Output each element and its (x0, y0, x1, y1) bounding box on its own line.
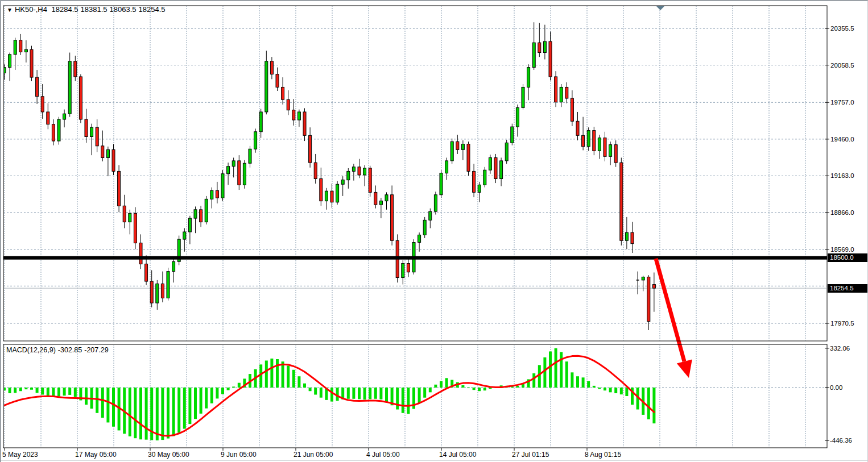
macd-histogram-bar (647, 388, 650, 419)
macd-histogram-bar (238, 383, 241, 388)
date-axis-label: 21 Jun 05:00 (294, 451, 333, 459)
macd-histogram-bar (85, 388, 88, 405)
macd-histogram-bar (156, 388, 159, 440)
bearish-candle (374, 192, 377, 205)
macd-histogram-bar (423, 388, 426, 398)
price-axis-label: 18866.0 (830, 209, 854, 217)
bullish-candle (532, 43, 535, 68)
bearish-candle (407, 264, 410, 272)
bullish-candle (129, 213, 131, 222)
bearish-candle (631, 232, 634, 244)
macd-histogram-bar (232, 386, 235, 388)
bearish-candle (216, 190, 218, 198)
macd-histogram-bar (330, 388, 333, 402)
bullish-candle (505, 143, 508, 161)
macd-histogram-bar (402, 388, 404, 413)
bearish-candle (150, 281, 153, 303)
bearish-candle (52, 124, 55, 141)
bullish-candle (587, 131, 590, 147)
macd-histogram-bar (177, 388, 180, 433)
macd-histogram-bar (200, 388, 202, 414)
bullish-candle (63, 114, 66, 119)
macd-histogram-bar (434, 385, 437, 388)
bullish-candle (352, 167, 355, 172)
bearish-candle (96, 127, 98, 146)
bearish-candle (47, 112, 49, 124)
bullish-candle (418, 235, 421, 242)
macd-histogram-bar (276, 359, 279, 388)
macd-histogram-bar (609, 388, 612, 392)
macd-histogram-bar (139, 388, 142, 439)
bullish-candle (483, 170, 486, 185)
macd-axis-label: 0.00 (830, 384, 842, 392)
macd-histogram-bar (614, 388, 617, 393)
bearish-candle (582, 135, 585, 147)
macd-histogram-bar (41, 388, 44, 395)
macd-histogram-bar (652, 388, 655, 423)
macd-histogram-bar (188, 388, 191, 424)
bullish-candle (243, 163, 246, 185)
bearish-candle (292, 110, 295, 120)
macd-histogram-bar (265, 361, 268, 388)
bullish-candle (543, 41, 546, 53)
bullish-candle (254, 132, 257, 149)
ohlc-close: 18254.5 (139, 5, 166, 14)
macd-histogram-bar (134, 388, 137, 438)
macd-series (3, 348, 655, 440)
macd-histogram-bar (216, 388, 218, 398)
candlestick-series (3, 22, 655, 330)
bullish-candle (106, 149, 109, 157)
bullish-candle (642, 277, 644, 280)
macd-histogram-bar (68, 388, 71, 395)
price-axis-label: 17970.5 (830, 319, 854, 327)
macd-histogram-bar (183, 388, 186, 429)
chart-dropdown-icon[interactable]: ▼ (7, 7, 13, 13)
date-axis-label: 4 Jul 05:00 (366, 451, 400, 459)
trend-arrow-annotation[interactable] (656, 259, 692, 378)
bullish-candle (167, 272, 170, 298)
macd-main-value: -302.85 (58, 346, 82, 354)
macd-histogram-bar (396, 388, 399, 410)
macd-histogram-bar (63, 388, 66, 396)
macd-histogram-bar (24, 388, 27, 389)
bullish-candle (402, 264, 404, 278)
bearish-candle (112, 149, 115, 171)
macd-histogram-bar (625, 388, 628, 396)
bearish-candle (604, 138, 606, 157)
macd-histogram-bar (407, 388, 410, 414)
macd-histogram-bar (30, 388, 33, 390)
macd-histogram-bar (96, 388, 98, 413)
date-axis-label: 14 Jul 05:00 (439, 451, 476, 459)
macd-histogram-bar (598, 388, 601, 389)
macd-histogram-bar (565, 361, 568, 388)
macd-histogram-bar (418, 388, 421, 403)
bearish-candle (369, 168, 371, 192)
bullish-candle (188, 218, 191, 232)
macd-histogram-bar (172, 388, 175, 436)
bearish-candle (118, 171, 121, 206)
bearish-candle (565, 87, 568, 98)
bearish-candle (139, 243, 142, 264)
macd-histogram-bar (210, 388, 213, 403)
macd-histogram-bar (205, 388, 208, 409)
bearish-candle (276, 74, 279, 88)
macd-histogram-bar (161, 388, 164, 440)
bearish-candle (652, 285, 655, 289)
bullish-candle (516, 107, 519, 127)
macd-histogram-bar (194, 388, 197, 419)
macd-histogram-bar (604, 388, 606, 390)
macd-histogram-bar (19, 388, 22, 391)
bearish-candle (320, 178, 323, 201)
bullish-candle (500, 161, 503, 179)
macd-indicator-label: MACD(12,26,9)-302.85-207.29 (6, 346, 111, 354)
bearish-candle (145, 264, 148, 281)
bullish-candle (434, 195, 437, 211)
bullish-candle (625, 232, 628, 240)
bullish-candle (423, 220, 426, 235)
bearish-candle (549, 41, 552, 77)
bearish-candle (85, 119, 88, 136)
chart-canvas[interactable] (1, 1, 868, 462)
bullish-candle (325, 191, 328, 201)
bullish-candle (489, 157, 491, 170)
bullish-candle (9, 55, 11, 68)
